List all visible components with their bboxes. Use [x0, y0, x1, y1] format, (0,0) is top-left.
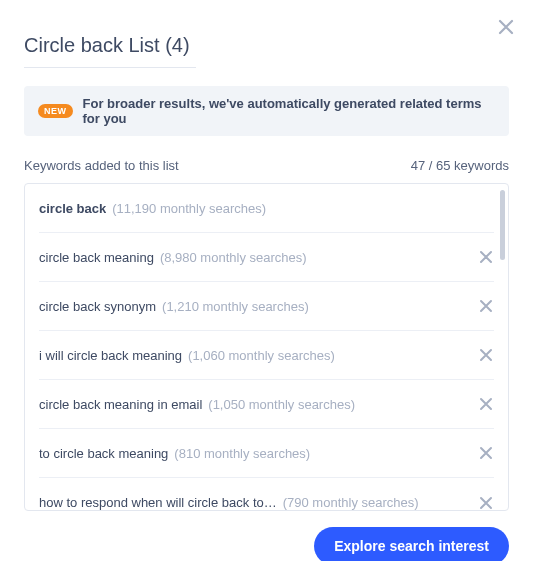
keyword-meta: (790 monthly searches)	[283, 495, 419, 510]
page-title: Circle back List (4)	[24, 34, 196, 68]
counts-label: Keywords added to this list	[24, 158, 179, 173]
keyword-meta: (810 monthly searches)	[174, 446, 310, 461]
close-icon[interactable]	[497, 18, 515, 36]
banner-text: For broader results, we've automatically…	[83, 96, 496, 126]
remove-keyword-icon[interactable]	[478, 347, 494, 363]
keyword-meta: (1,050 monthly searches)	[208, 397, 355, 412]
keyword-term: i will circle back meaning	[39, 348, 182, 363]
keyword-meta: (1,060 monthly searches)	[188, 348, 335, 363]
remove-keyword-icon[interactable]	[478, 298, 494, 314]
keyword-row: i will circle back meaning(1,060 monthly…	[39, 331, 494, 380]
keyword-row: circle back meaning(8,980 monthly search…	[39, 233, 494, 282]
keyword-row: circle back(11,190 monthly searches)	[39, 184, 494, 233]
counts-row: Keywords added to this list 47 / 65 keyw…	[24, 158, 509, 173]
keyword-term: circle back	[39, 201, 106, 216]
keyword-meta: (1,210 monthly searches)	[162, 299, 309, 314]
keyword-list-modal: Circle back List (4) NEW For broader res…	[0, 0, 533, 561]
remove-keyword-icon[interactable]	[478, 249, 494, 265]
keyword-row: circle back synonym(1,210 monthly search…	[39, 282, 494, 331]
info-banner: NEW For broader results, we've automatic…	[24, 86, 509, 136]
remove-keyword-icon[interactable]	[478, 445, 494, 461]
explore-button[interactable]: Explore search interest	[314, 527, 509, 561]
remove-keyword-icon[interactable]	[478, 495, 494, 511]
counts-status: 47 / 65 keywords	[411, 158, 509, 173]
keyword-row: how to respond when will circle back to……	[39, 478, 494, 510]
keyword-row: to circle back meaning(810 monthly searc…	[39, 429, 494, 478]
keyword-term: circle back meaning	[39, 250, 154, 265]
new-badge: NEW	[38, 104, 73, 118]
remove-keyword-icon[interactable]	[478, 396, 494, 412]
scrollbar-thumb[interactable]	[500, 190, 505, 260]
keyword-term: circle back synonym	[39, 299, 156, 314]
keyword-list: circle back(11,190 monthly searches)circ…	[24, 183, 509, 511]
keyword-term: how to respond when will circle back to…	[39, 495, 277, 510]
keyword-term: circle back meaning in email	[39, 397, 202, 412]
keyword-meta: (11,190 monthly searches)	[112, 201, 266, 216]
keyword-term: to circle back meaning	[39, 446, 168, 461]
keyword-meta: (8,980 monthly searches)	[160, 250, 307, 265]
keyword-row: circle back meaning in email(1,050 month…	[39, 380, 494, 429]
